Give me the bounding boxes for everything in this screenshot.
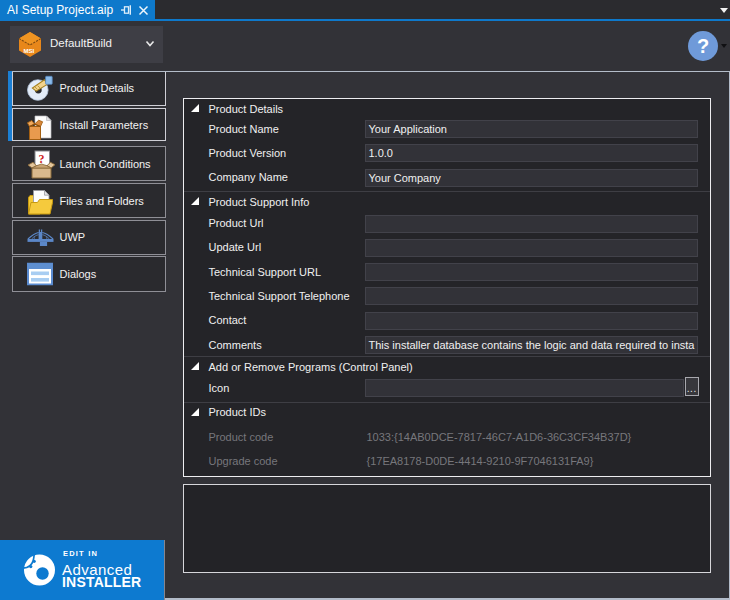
svg-text:MSI: MSI bbox=[24, 48, 35, 54]
